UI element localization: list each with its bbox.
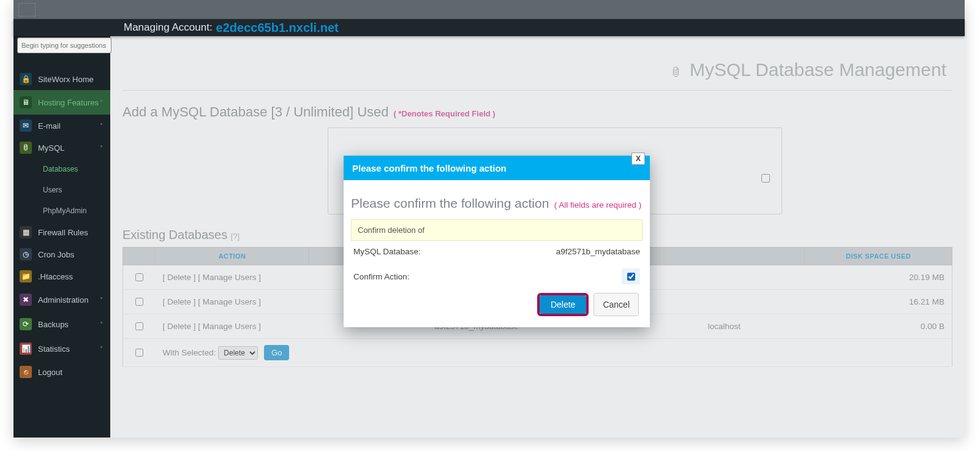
sidebar-sub-phpmyadmin[interactable]: PhpMyAdmin bbox=[13, 200, 110, 221]
dialog-heading: Please confirm the following action bbox=[351, 196, 549, 210]
clock-icon: ◷ bbox=[20, 248, 32, 260]
window-titlebar bbox=[13, 0, 965, 19]
row-checkbox[interactable] bbox=[135, 298, 143, 306]
sidebar-item-label: Cron Jobs bbox=[38, 250, 74, 259]
chevron-up-icon: ˄ bbox=[100, 99, 103, 106]
delete-link[interactable]: [ Delete ] bbox=[163, 297, 196, 306]
select-all-checkbox[interactable] bbox=[135, 349, 143, 357]
divider bbox=[123, 90, 952, 91]
sidebar-item-label: Hosting Features bbox=[38, 98, 99, 107]
delete-button[interactable]: Delete bbox=[540, 295, 586, 314]
database-icon: 🛢 bbox=[670, 66, 681, 78]
monitor-icon: 🖥 bbox=[20, 96, 32, 108]
field-label: MySQL Database: bbox=[353, 247, 421, 256]
confirm-action-label: Confirm Action: bbox=[353, 272, 410, 281]
folder-icon: 📁 bbox=[20, 270, 32, 282]
sidebar-item-label: SiteWorx Home bbox=[38, 75, 94, 84]
add-db-heading: Add a MySQL Database [3 / Unlimited] Use… bbox=[123, 104, 952, 120]
sidebar-item-logout[interactable]: ⎋ Logout bbox=[13, 361, 110, 383]
sidebar-item-htaccess[interactable]: 📁 .Htaccess bbox=[13, 265, 110, 287]
create-user-checkbox[interactable] bbox=[761, 174, 770, 183]
sidebar-item-label: Statistics bbox=[38, 344, 70, 354]
col-disk: DISK SPACE USED bbox=[805, 248, 952, 265]
managing-account-bar: Managing Account: e2decc65b1.nxcli.net bbox=[13, 19, 965, 36]
db-disk: 0.00 B bbox=[805, 314, 952, 339]
field-value: a9f2571b_mydatabase bbox=[556, 247, 640, 256]
managing-label: Managing Account: bbox=[124, 21, 213, 34]
required-note: ( *Denotes Required Field ) bbox=[394, 109, 496, 118]
logout-icon: ⎋ bbox=[20, 366, 32, 378]
delete-link[interactable]: [ Delete ] bbox=[163, 322, 196, 331]
firewall-icon: ▦ bbox=[20, 226, 32, 238]
database-icon: 🛢 bbox=[20, 142, 32, 154]
manage-users-link[interactable]: [ Manage Users ] bbox=[198, 322, 261, 331]
quick-search-input[interactable] bbox=[17, 37, 111, 53]
sidebar-item-label: E-mail bbox=[38, 121, 61, 131]
dialog-title: Please confirm the following action bbox=[352, 163, 507, 173]
chevron-down-icon: ˅ bbox=[100, 297, 103, 303]
backup-icon: ⟳ bbox=[20, 318, 32, 330]
col-action: ACTION bbox=[156, 248, 309, 265]
db-host: localhost bbox=[644, 314, 804, 339]
bulk-label: With Selected: bbox=[163, 348, 216, 357]
mail-icon: ✉ bbox=[20, 119, 32, 132]
confirm-deletion-band: Confirm deletion of bbox=[351, 219, 643, 241]
sidebar-sub-databases[interactable]: Databases bbox=[13, 159, 110, 180]
confirm-action-checkbox[interactable] bbox=[627, 273, 635, 281]
db-disk: 20.19 MB bbox=[805, 265, 952, 290]
sidebar-item-mysql[interactable]: 🛢 MySQL ˄ bbox=[13, 137, 110, 159]
sidebar-item-siteworx-home[interactable]: 🔒 SiteWorx Home bbox=[13, 68, 110, 90]
sidebar-item-label: .Htaccess bbox=[38, 272, 73, 281]
sidebar-item-administration[interactable]: ✖ Administration ˅ bbox=[13, 287, 110, 312]
row-checkbox[interactable] bbox=[135, 273, 143, 281]
chevron-down-icon: ˅ bbox=[100, 321, 103, 328]
add-db-heading-text: Add a MySQL Database [3 / Unlimited] Use… bbox=[123, 104, 389, 120]
confirm-dialog: X Please confirm the following action Pl… bbox=[344, 156, 650, 327]
delete-highlight: Delete bbox=[537, 293, 589, 316]
sidebar-item-email[interactable]: ✉ E-mail ˅ bbox=[13, 115, 110, 137]
stats-icon: 📊 bbox=[20, 343, 32, 355]
help-link[interactable]: [?] bbox=[231, 232, 239, 241]
sidebar-item-label: Administration bbox=[38, 295, 88, 305]
sidebar-item-backups[interactable]: ⟳ Backups ˅ bbox=[13, 312, 110, 336]
page-title: 🛢 MySQL Database Management bbox=[123, 36, 952, 86]
chevron-up-icon: ˄ bbox=[100, 145, 103, 151]
sidebar-item-firewall[interactable]: ▦ Firewall Rules bbox=[13, 221, 110, 243]
chevron-down-icon: ˅ bbox=[100, 123, 103, 129]
sidebar-item-label: MySQL bbox=[38, 143, 64, 153]
bulk-row: With Selected: Delete Go bbox=[123, 339, 952, 367]
managing-domain: e2decc65b1.nxcli.net bbox=[216, 21, 339, 35]
row-checkbox[interactable] bbox=[135, 322, 143, 330]
close-icon[interactable]: X bbox=[631, 153, 645, 165]
sidebar-item-label: Firewall Rules bbox=[38, 228, 88, 237]
cancel-button[interactable]: Cancel bbox=[594, 293, 639, 316]
sidebar-item-hosting-features[interactable]: 🖥 Hosting Features ˄ bbox=[13, 90, 110, 115]
sidebar-sub-users[interactable]: Users bbox=[13, 180, 110, 200]
bulk-action-select[interactable]: Delete bbox=[218, 346, 258, 360]
lock-icon: 🔒 bbox=[20, 73, 32, 85]
db-host bbox=[644, 290, 804, 314]
dialog-required-note: ( All fields are required ) bbox=[554, 200, 642, 210]
sidebar-item-statistics[interactable]: 📊 Statistics ˅ bbox=[13, 336, 110, 361]
app-logo bbox=[18, 3, 36, 17]
sidebar: Quick Search 🔒 SiteWorx Home 🖥 Hosting F… bbox=[13, 19, 110, 438]
sidebar-item-label: Logout bbox=[38, 368, 62, 377]
sidebar-item-label: Backups bbox=[38, 320, 69, 329]
tools-icon: ✖ bbox=[20, 294, 32, 306]
page-title-text: MySQL Database Management bbox=[690, 59, 946, 80]
db-disk: 16.21 MB bbox=[805, 290, 952, 314]
db-host bbox=[644, 265, 804, 290]
manage-users-link[interactable]: [ Manage Users ] bbox=[198, 273, 261, 282]
manage-users-link[interactable]: [ Manage Users ] bbox=[198, 297, 261, 306]
go-button[interactable]: Go bbox=[264, 345, 289, 360]
chevron-down-icon: ˅ bbox=[100, 346, 103, 352]
sidebar-item-cron[interactable]: ◷ Cron Jobs bbox=[13, 243, 110, 265]
dialog-titlebar: Please confirm the following action bbox=[344, 156, 650, 180]
delete-link[interactable]: [ Delete ] bbox=[163, 273, 196, 282]
existing-db-heading-text: Existing Databases bbox=[123, 228, 227, 241]
